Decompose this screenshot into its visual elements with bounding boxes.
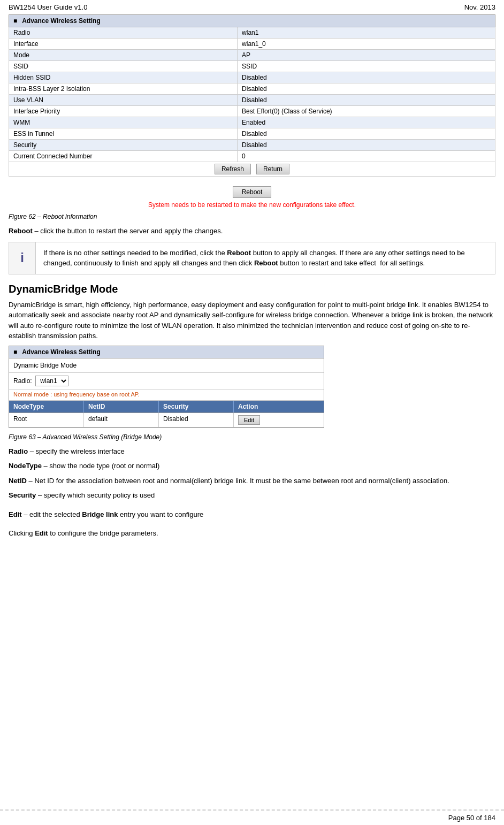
cell-netid: default — [84, 413, 159, 427]
row-value: Disabled — [238, 140, 495, 151]
advance-wireless-table: ■ Advance Wireless Setting Radiowlan1Int… — [9, 14, 495, 177]
row-value: Disabled — [238, 72, 495, 83]
table-row: Use VLANDisabled — [9, 95, 495, 106]
reboot-desc-text: – click the button to restart the server… — [33, 227, 223, 235]
cell-nodetype: Root — [9, 413, 84, 427]
row-label: Intra-BSS Layer 2 Isolation — [9, 83, 238, 95]
info-box: i If there is no other settings needed t… — [9, 242, 495, 274]
page-header: BW1254 User Guide v1.0 Nov. 2013 — [0, 0, 504, 14]
row-value: Disabled — [238, 128, 495, 140]
col-nodetype: NodeType — [9, 401, 84, 412]
table-row: ModeAP — [9, 50, 495, 61]
row-label: Use VLAN — [9, 95, 238, 106]
bridge-normal-mode-text: Normal mode : using frequency base on ro… — [9, 389, 324, 401]
security-desc: Security – specify which security policy… — [9, 490, 495, 501]
section-title: DynamicBridge Mode — [9, 283, 495, 295]
bridge-table-header: ■ Advance Wireless Setting — [9, 346, 324, 358]
bridge-table-container: ■ Advance Wireless Setting Dynamic Bridg… — [9, 346, 324, 428]
bridge-mode-label: Dynamic Bridge Mode — [9, 358, 324, 373]
return-button[interactable]: Return — [256, 164, 289, 174]
col-action: Action — [234, 401, 287, 412]
table-row: Intra-BSS Layer 2 IsolationDisabled — [9, 83, 495, 95]
section-description: DynamicBridge is smart, high efficiency,… — [9, 300, 495, 341]
page-footer: Page 50 of 184 — [0, 809, 504, 825]
table-btn-row: Refresh Return — [9, 162, 495, 177]
edit-desc: Edit – edit the selected Bridge link ent… — [9, 509, 495, 520]
reboot-button[interactable]: Reboot — [233, 186, 272, 198]
edit-button[interactable]: Edit — [238, 415, 260, 425]
col-netid: NetID — [84, 401, 159, 412]
row-label: Interface Priority — [9, 106, 238, 117]
refresh-button[interactable]: Refresh — [215, 164, 251, 174]
reboot-notice: System needs to be restarted to make the… — [9, 201, 495, 209]
figure62-caption: Figure 62 – Reboot information — [9, 213, 495, 220]
netid-desc: NetID – Net ID for the association betwe… — [9, 476, 495, 486]
table-row: Hidden SSIDDisabled — [9, 72, 495, 83]
row-value: Disabled — [238, 95, 495, 106]
row-value: Best Effort(0) (Class of Service) — [238, 106, 495, 117]
row-value: wlan1_0 — [238, 39, 495, 50]
table-row: Interface PriorityBest Effort(0) (Class … — [9, 106, 495, 117]
bridge-data-row: Root default Disabled Edit — [9, 413, 324, 427]
table-row: Radiowlan1 — [9, 27, 495, 39]
info-icon: i — [9, 242, 36, 274]
row-label: Security — [9, 140, 238, 151]
reboot-description: Reboot – click the button to restart the… — [9, 226, 495, 236]
row-label: Interface — [9, 39, 238, 50]
table-row: SSIDSSID — [9, 61, 495, 72]
cell-security: Disabled — [159, 413, 234, 427]
page-info: Page 50 of 184 — [448, 814, 495, 822]
figure63-caption: Figure 63 – Advanced Wireless Setting (B… — [9, 433, 495, 441]
nodetype-desc: NodeType – show the node type (root or n… — [9, 461, 495, 471]
row-label: Mode — [9, 50, 238, 61]
row-value: AP — [238, 50, 495, 61]
bridge-column-headers: NodeType NetID Security Action — [9, 401, 324, 413]
doc-title: BW1254 User Guide v1.0 — [9, 3, 87, 11]
doc-date: Nov. 2013 — [464, 3, 495, 11]
info-box-text: If there is no other settings needed to … — [36, 242, 495, 274]
clicking-edit-desc: Clicking Edit to configure the bridge pa… — [9, 528, 495, 539]
table-row: Current Connected Number0 — [9, 151, 495, 162]
row-label: Current Connected Number — [9, 151, 238, 162]
row-value: SSID — [238, 61, 495, 72]
col-security: Security — [159, 401, 234, 412]
row-label: ESS in Tunnel — [9, 128, 238, 140]
row-value: 0 — [238, 151, 495, 162]
bridge-radio-row: Radio: wlan1 — [9, 373, 324, 389]
table-row: WMMEnabled — [9, 117, 495, 128]
row-label: Hidden SSID — [9, 72, 238, 83]
reboot-section: Reboot System needs to be restarted to m… — [9, 186, 495, 209]
row-value: wlan1 — [238, 27, 495, 39]
reboot-label: Reboot — [9, 227, 33, 235]
advance-table-title: ■ Advance Wireless Setting — [9, 15, 495, 27]
cell-action: Edit — [234, 413, 287, 427]
row-value: Enabled — [238, 117, 495, 128]
table-row: ESS in TunnelDisabled — [9, 128, 495, 140]
table-row: Interfacewlan1_0 — [9, 39, 495, 50]
radio-select[interactable]: wlan1 — [35, 376, 68, 386]
row-value: Disabled — [238, 83, 495, 95]
row-label: SSID — [9, 61, 238, 72]
table-row: Security Disabled — [9, 140, 495, 151]
row-label: Radio — [9, 27, 238, 39]
row-label: WMM — [9, 117, 238, 128]
radio-desc: Radio – specify the wireless interface — [9, 446, 495, 457]
